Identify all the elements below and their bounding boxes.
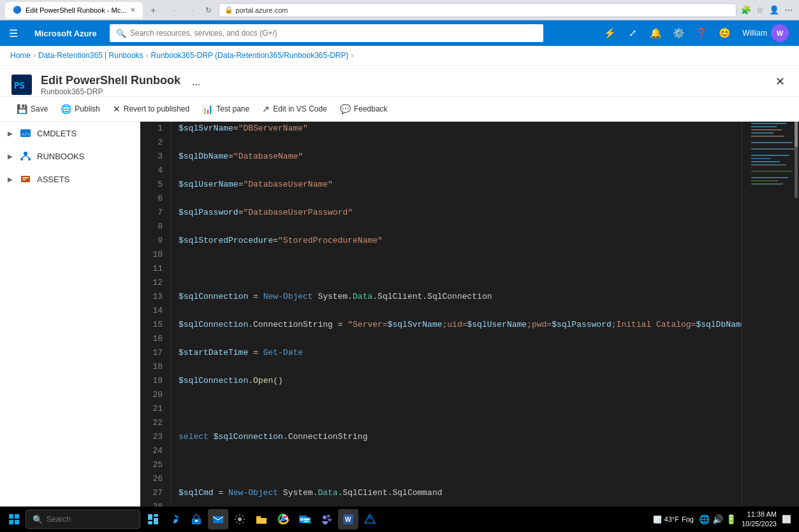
profile-btn[interactable]: 👤 xyxy=(768,4,780,16)
feedback-icon: 💬 xyxy=(340,104,351,114)
notifications-btn[interactable]: 🔔 xyxy=(645,23,666,43)
battery-icon[interactable]: 🔋 xyxy=(726,514,737,524)
revert-button[interactable]: ✕ Revert to published xyxy=(106,101,196,117)
weather-condition: Fog xyxy=(682,515,694,523)
svg-rect-14 xyxy=(751,129,782,131)
svg-text:</>: </> xyxy=(22,132,30,137)
user-menu-btn[interactable]: William W xyxy=(737,22,794,45)
breadcrumb-home[interactable]: Home xyxy=(10,51,31,60)
taskbar-word-btn[interactable]: W xyxy=(338,509,358,529)
azure-logo[interactable]: Microsoft Azure xyxy=(27,29,105,38)
address-bar[interactable]: 🔒 portal.azure.com xyxy=(219,3,737,17)
taskbar-mail-btn[interactable] xyxy=(208,509,228,529)
weather-widget[interactable]: 🌫️ 43°F Fog xyxy=(653,515,694,524)
svg-line-7 xyxy=(22,155,26,158)
page-title-text: Edit PowerShell Runbook Runbook365-DRP xyxy=(41,74,180,96)
search-bar[interactable]: 🔍 xyxy=(110,24,543,42)
azure-header: ☰ Microsoft Azure 🔍 ⚡ ⤢ 🔔 ⚙️ ❓ 😊 William… xyxy=(0,20,799,46)
volume-icon[interactable]: 🔊 xyxy=(712,514,723,524)
cmdlets-label: CMDLETS xyxy=(37,129,77,138)
editor-area: 1234567891011121314151617181920212223242… xyxy=(140,122,799,528)
publish-button[interactable]: 🌐 Publish xyxy=(54,101,106,117)
svg-text:O: O xyxy=(300,517,302,521)
svg-rect-41 xyxy=(256,516,261,518)
taskbar-outlook-btn[interactable]: O xyxy=(295,509,315,529)
publish-icon: 🌐 xyxy=(61,104,71,114)
code-content[interactable]: $sqlSvrName="DBServerName" $sqlDbName="D… xyxy=(171,122,742,528)
cmdlets-icon: </> xyxy=(19,127,32,140)
sidebar-item-assets[interactable]: ▶ ASSETS xyxy=(0,168,140,191)
breadcrumb-sep-3: › xyxy=(351,51,354,60)
taskbar-fileexplorer-btn[interactable] xyxy=(251,509,272,529)
taskbar-clock[interactable]: 11:38 AM 10/25/2023 xyxy=(742,510,777,529)
sidebar-item-cmdlets[interactable]: ▶ </> CMDLETS xyxy=(0,122,140,145)
taskbar-right: 🌫️ 43°F Fog 🌐 🔊 🔋 11:38 AM 10/25/2023 ⬜ xyxy=(653,510,796,529)
svg-rect-24 xyxy=(751,177,788,178)
taskbar-search-input[interactable] xyxy=(47,515,123,524)
svg-text:W: W xyxy=(345,516,351,523)
taskbar-edge-btn[interactable] xyxy=(165,509,185,529)
settings-btn[interactable]: ⚙️ xyxy=(668,23,689,43)
directory-btn[interactable]: ⤢ xyxy=(622,23,643,43)
taskbar-search[interactable]: 🔍 xyxy=(26,510,140,529)
breadcrumb-runbooks[interactable]: Data-Retention365 | Runbooks xyxy=(38,51,143,60)
browser-tab[interactable]: 🔵 Edit PowerShell Runbook - Mc... ✕ xyxy=(5,2,143,18)
test-label: Test pane xyxy=(216,104,249,113)
start-btn[interactable] xyxy=(3,508,26,531)
network-icon[interactable]: 🌐 xyxy=(699,514,710,524)
search-input[interactable] xyxy=(130,29,537,38)
svg-point-51 xyxy=(327,515,330,518)
show-desktop-btn[interactable]: ⬜ xyxy=(782,515,791,524)
svg-line-8 xyxy=(26,155,29,158)
weather-icon: 🌫️ xyxy=(653,515,662,524)
edit-vscode-button[interactable]: ↗ Edit in VS Code xyxy=(256,101,334,117)
clock-time: 11:38 AM xyxy=(742,510,777,519)
favorites-btn[interactable]: ☆ xyxy=(754,4,766,16)
svg-rect-16 xyxy=(751,136,784,137)
feedback-header-btn[interactable]: 😊 xyxy=(714,23,735,43)
close-panel-btn[interactable]: ✕ xyxy=(772,73,789,90)
taskbar-azure-btn[interactable] xyxy=(360,509,380,529)
help-btn[interactable]: ❓ xyxy=(691,23,712,43)
lock-icon: 🔒 xyxy=(224,6,233,14)
taskbar-teams-btn[interactable] xyxy=(316,509,337,529)
svg-point-40 xyxy=(238,517,242,521)
assets-expand-arrow: ▶ xyxy=(8,176,13,183)
menu-btn[interactable]: ☰ xyxy=(5,25,22,42)
back-btn[interactable]: ← xyxy=(169,4,182,17)
taskbar-settings-btn[interactable] xyxy=(230,509,250,529)
assets-label: ASSETS xyxy=(37,175,70,184)
test-pane-button[interactable]: 📊 Test pane xyxy=(196,101,256,117)
svg-rect-32 xyxy=(15,520,19,524)
svg-rect-22 xyxy=(751,164,786,166)
taskbar-widgets-btn[interactable] xyxy=(143,509,163,529)
svg-rect-19 xyxy=(751,155,789,156)
feedback-button[interactable]: 💬 Feedback xyxy=(334,101,394,117)
revert-label: Revert to published xyxy=(124,104,189,113)
search-icon: 🔍 xyxy=(116,29,126,38)
assets-icon xyxy=(19,173,32,185)
new-tab-btn[interactable]: + xyxy=(147,4,159,17)
breadcrumb-current[interactable]: Runbook365-DRP (Data-Retention365/Runboo… xyxy=(151,51,349,60)
tab-close-btn[interactable]: ✕ xyxy=(130,6,135,13)
vscode-icon: ↗ xyxy=(262,104,270,114)
svg-rect-10 xyxy=(22,177,29,178)
svg-text:PS: PS xyxy=(14,80,25,90)
svg-rect-23 xyxy=(751,171,793,172)
save-button[interactable]: 💾 Save xyxy=(10,101,54,117)
taskbar-chrome-btn[interactable] xyxy=(273,509,293,529)
extensions-btn[interactable]: 🧩 xyxy=(740,4,752,16)
svg-rect-12 xyxy=(751,123,786,124)
clock-date: 10/25/2023 xyxy=(742,519,777,529)
avatar: W xyxy=(771,24,789,42)
settings-btn[interactable]: ⋯ xyxy=(782,4,794,16)
sidebar-item-runbooks[interactable]: ▶ RUNBOOKS xyxy=(0,145,140,168)
forward-btn[interactable]: → xyxy=(186,4,198,17)
svg-rect-36 xyxy=(154,518,158,524)
taskbar-store-btn[interactable] xyxy=(186,509,207,529)
refresh-btn[interactable]: ↻ xyxy=(202,4,215,17)
more-options-btn[interactable]: ··· xyxy=(188,78,204,92)
svg-rect-15 xyxy=(751,133,773,134)
svg-rect-30 xyxy=(15,514,19,519)
cloud-shell-btn[interactable]: ⚡ xyxy=(599,23,620,43)
